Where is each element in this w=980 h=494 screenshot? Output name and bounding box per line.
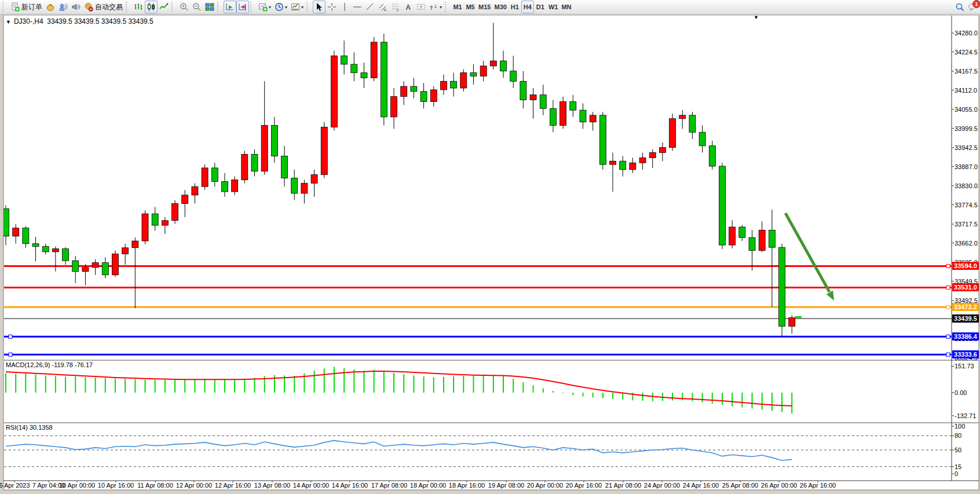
tf-w1[interactable]: W1	[547, 1, 560, 13]
price-tick-label: 34055.0	[955, 106, 978, 114]
chevron-down-icon[interactable]: ▾	[301, 5, 303, 10]
signals-button[interactable]	[57, 1, 70, 13]
crosshair-button[interactable]	[326, 1, 338, 13]
tile-windows-icon	[205, 2, 214, 12]
tf-mn-label: MN	[561, 3, 571, 10]
macd-tick-label: 0.00	[955, 389, 967, 397]
tile-windows-button[interactable]	[203, 1, 216, 13]
toolbar-separator	[306, 2, 312, 12]
chart-shift-marker-icon[interactable]: ▼	[754, 14, 759, 20]
current-bar-marker	[795, 316, 802, 318]
macd-label: MACD(12,26,9) -119.78 -76.17	[6, 361, 93, 368]
chart-shift-button[interactable]	[236, 1, 249, 13]
tf-h4[interactable]: H4	[521, 1, 534, 13]
news-button[interactable]	[70, 1, 82, 13]
rsi-tick-label: 100	[955, 423, 965, 430]
horizontal-line-button[interactable]	[351, 1, 364, 13]
time-axis-label: 17 Apr 08:00	[371, 482, 407, 489]
candlestick-button[interactable]	[145, 1, 158, 13]
line-chart-icon	[159, 2, 169, 12]
price-tick-label: 33887.0	[955, 163, 978, 171]
toolbar-separator	[217, 2, 222, 12]
chart-title: ▼DJ30-,H4 33439.5 33439.5 33439.5 33439.…	[6, 17, 153, 25]
indicators-button[interactable]: ▾	[257, 1, 273, 13]
tf-d1-label: D1	[536, 3, 544, 10]
auto-scroll-button[interactable]	[224, 1, 236, 13]
trendline-button[interactable]	[364, 1, 376, 13]
autotrading-button[interactable]: 自动交易	[82, 1, 125, 13]
vertical-line-button[interactable]	[338, 1, 351, 13]
pane-separator[interactable]	[3, 360, 979, 361]
chevron-down-icon[interactable]: ▾	[285, 5, 287, 10]
cursor-button[interactable]	[313, 1, 326, 13]
price-level-badge: 33594.0	[952, 262, 979, 270]
trendline-icon	[365, 2, 375, 12]
time-axis-label: 21 Apr 08:00	[605, 482, 641, 489]
notification-badge: 1	[972, 0, 980, 8]
tf-d1[interactable]: D1	[534, 1, 547, 13]
tf-m15[interactable]: M15	[477, 1, 492, 13]
search-button[interactable]	[953, 1, 966, 13]
tf-m5[interactable]: M5	[464, 1, 477, 13]
price-tick-label: 33830.0	[955, 182, 978, 190]
time-axis-label: 26 Apr 16:00	[800, 482, 836, 489]
line-chart-button[interactable]	[158, 1, 170, 13]
zoom-in-button[interactable]	[178, 1, 191, 13]
chevron-down-icon[interactable]: ▾	[440, 5, 442, 10]
periods-button[interactable]: ▾	[273, 1, 289, 13]
price-level-badge: 33531.0	[952, 283, 979, 291]
autotrading-icon	[84, 2, 93, 12]
macd-tick-label: 151.73	[955, 363, 974, 370]
text-button[interactable]: A	[402, 1, 415, 13]
tf-m1[interactable]: M1	[451, 1, 464, 13]
channel-icon: E	[378, 2, 387, 12]
channel-button[interactable]: E	[376, 1, 389, 13]
rsi-label: RSI(14) 30.1358	[6, 424, 53, 431]
tf-m30[interactable]: M30	[492, 1, 508, 13]
new-order-button-label: 新订单	[21, 2, 42, 12]
tf-h4-label: H4	[524, 3, 532, 10]
price-tick-label: 34167.5	[955, 68, 978, 75]
text-label-button[interactable]: T	[415, 1, 427, 13]
template-icon	[291, 2, 300, 12]
rsi-tick-label: 0	[955, 470, 958, 478]
bar-chart-button[interactable]	[132, 1, 145, 13]
chart-shift-icon	[238, 2, 247, 12]
time-axis-label: 10 Apr 16:00	[98, 482, 134, 489]
time-axis-label: 14 Apr 16:00	[332, 482, 368, 489]
rsi-tick-label: 80	[955, 432, 961, 440]
svg-text:A: A	[406, 3, 411, 12]
tf-mn[interactable]: MN	[560, 1, 573, 13]
chevron-down-icon[interactable]: ▾	[269, 5, 271, 10]
price-level-badge: 33386.4	[952, 332, 979, 341]
toolbar-right: 1	[953, 1, 979, 13]
text-icon: A	[404, 2, 413, 12]
shapes-button[interactable]: ▾	[427, 1, 444, 13]
time-axis-label: 6 Apr 2023	[0, 482, 30, 489]
chat-button[interactable]: 1	[966, 1, 979, 13]
new-order-button[interactable]: 新订单	[9, 1, 44, 13]
indicators-icon	[258, 2, 268, 12]
chart-window	[3, 15, 979, 490]
tf-h1[interactable]: H1	[509, 1, 521, 13]
market-button[interactable]	[44, 1, 57, 13]
time-axis-label: 20 Apr 00:00	[527, 482, 563, 489]
candlestick-icon	[147, 2, 156, 12]
toolbar-separator	[171, 2, 177, 12]
auto-scroll-icon	[225, 2, 235, 12]
chart-symbol-period: DJ30-,H4	[14, 17, 43, 25]
zoom-out-button[interactable]	[191, 1, 203, 13]
rsi-tick-label: 15	[955, 463, 961, 471]
pane-separator[interactable]	[3, 422, 979, 423]
tf-m15-label: M15	[478, 3, 491, 10]
templates-button[interactable]: ▾	[289, 1, 305, 13]
chart-canvas[interactable]	[0, 15, 980, 494]
broadcast-icon	[71, 2, 81, 12]
time-axis-label: 13 Apr 08:00	[254, 482, 290, 489]
svg-text:T: T	[420, 5, 423, 10]
signals-icon	[58, 2, 68, 12]
chart-collapse-arrow[interactable]: ▼	[6, 19, 11, 25]
tf-h1-label: H1	[511, 3, 519, 10]
fibonacci-button[interactable]: F	[389, 1, 402, 13]
time-axis-label: 24 Apr 00:00	[644, 482, 680, 489]
